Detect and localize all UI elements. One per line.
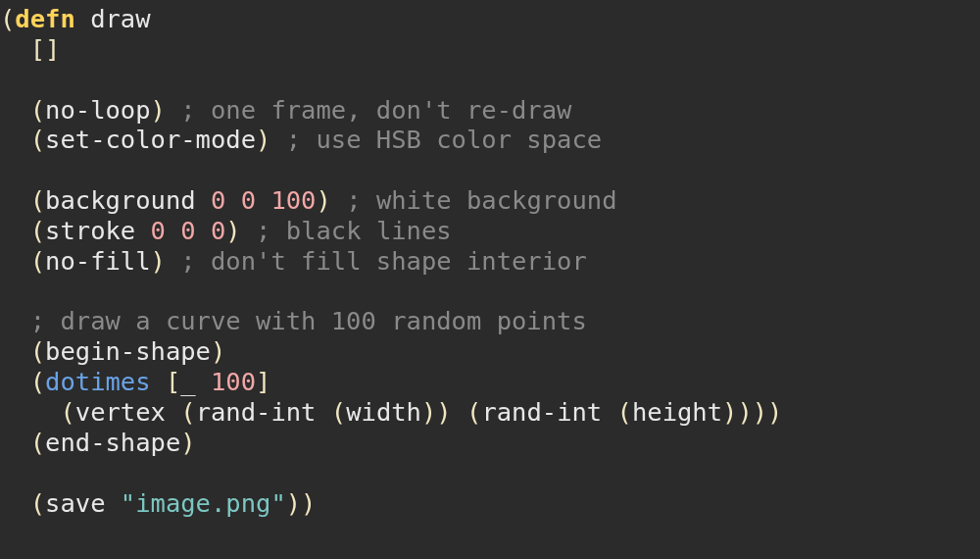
paren-open: (	[331, 397, 346, 427]
comment-hsb: ; use HSB color space	[286, 125, 602, 154]
fn-rand-int: rand-int	[481, 397, 602, 427]
num-0: 0	[180, 216, 195, 245]
paren-close: )	[316, 185, 330, 215]
comment-curve: ; draw a curve with 100 random points	[30, 306, 587, 335]
paren-close: )	[211, 336, 225, 366]
paren-open: (	[617, 397, 632, 427]
paren-close: )	[151, 246, 166, 276]
sym-underscore: _	[180, 367, 195, 396]
fn-rand-int: rand-int	[196, 397, 317, 427]
fn-begin-shape: begin-shape	[45, 336, 211, 366]
paren-open: (	[30, 216, 45, 245]
paren-open: (	[180, 397, 195, 427]
fn-background: background	[45, 185, 196, 215]
fn-save: save	[45, 488, 105, 518]
paren-open: (	[30, 125, 45, 154]
paren-open: (	[30, 336, 45, 366]
code-block: (defn draw [] (no-loop) ; one frame, don…	[0, 0, 980, 518]
bracket-open: [	[166, 367, 180, 396]
fn-no-loop: no-loop	[45, 95, 150, 125]
paren-close: )	[256, 125, 270, 154]
comment-no-fill: ; don't fill shape interior	[180, 246, 587, 276]
empty-arg-vec: []	[30, 34, 61, 64]
string-image-png: "image.png"	[121, 488, 286, 518]
paren-close: )	[436, 397, 451, 427]
paren-open: (	[30, 367, 45, 396]
fn-width: width	[346, 397, 421, 427]
fn-end-shape: end-shape	[45, 428, 180, 457]
num-0: 0	[151, 216, 166, 245]
fn-vertex: vertex	[75, 397, 166, 427]
num-0: 0	[211, 216, 225, 245]
comment-one-frame: ; one frame, don't re-draw	[180, 95, 571, 125]
keyword-dotimes: dotimes	[45, 367, 150, 396]
fn-height: height	[632, 397, 722, 427]
paren-open: (	[0, 4, 15, 33]
paren-open: (	[466, 397, 481, 427]
paren-close: )	[225, 216, 240, 245]
fn-set-color-mode: set-color-mode	[45, 125, 256, 154]
num-0: 0	[241, 185, 256, 215]
paren-open: (	[60, 397, 74, 427]
keyword-defn: defn	[15, 4, 74, 33]
fn-no-fill: no-fill	[45, 246, 150, 276]
fn-name-draw: draw	[90, 4, 150, 33]
comment-white-bg: ; white background	[346, 185, 616, 215]
paren-open: (	[30, 428, 45, 457]
comment-black-lines: ; black lines	[256, 216, 452, 245]
paren-open: (	[30, 95, 45, 125]
paren-open: (	[30, 488, 45, 518]
paren-close: )	[180, 428, 195, 457]
paren-close-4: ))))	[722, 397, 782, 427]
num-100: 100	[270, 185, 316, 215]
num-100: 100	[211, 367, 256, 396]
num-0: 0	[211, 185, 225, 215]
paren-close-2: ))	[286, 488, 317, 518]
bracket-close: ]	[256, 367, 270, 396]
paren-open: (	[30, 246, 45, 276]
paren-close: )	[151, 95, 166, 125]
paren-close: )	[421, 397, 436, 427]
fn-stroke: stroke	[45, 216, 135, 245]
paren-open: (	[30, 185, 45, 215]
